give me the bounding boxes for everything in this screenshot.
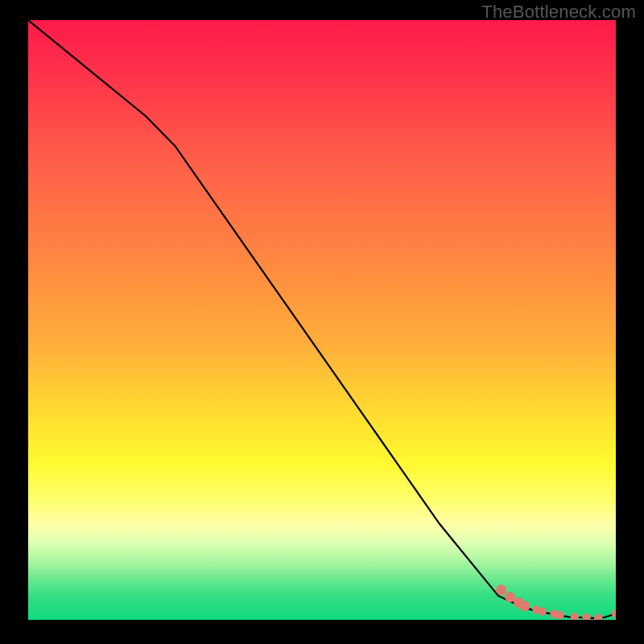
marker-point [505,592,515,602]
watermark-text: TheBottleneck.com [481,2,636,23]
chart-stage: TheBottleneck.com [0,0,644,644]
marker-point [594,614,602,620]
marker-point [496,584,506,595]
highlighted-points-group [496,584,616,620]
marker-point [519,601,530,611]
marker-point [612,609,616,617]
bottleneck-curve-path [28,20,616,618]
marker-point [582,613,590,620]
bottleneck-curve-svg [28,20,616,620]
marker-point [555,611,564,619]
marker-point [571,613,579,620]
marker-point [539,607,547,615]
